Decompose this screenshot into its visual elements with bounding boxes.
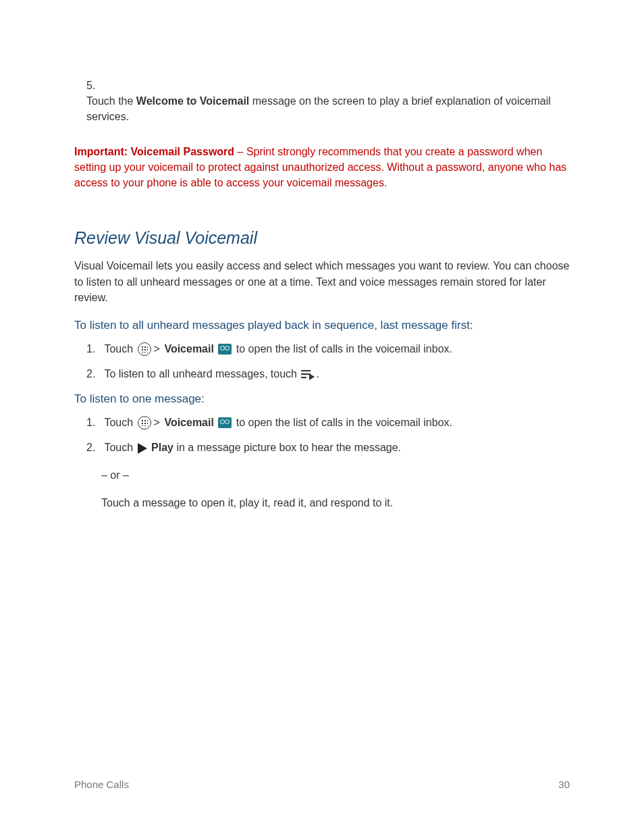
voicemail-icon <box>218 344 232 355</box>
gt-separator: > <box>154 417 160 428</box>
section-intro: Visual Voicemail lets you easily access … <box>74 258 570 305</box>
voicemail-bold: Voicemail <box>164 343 214 355</box>
subheading-2: To listen to one message: <box>74 391 570 408</box>
list-2-item-1-body: Touch > Voicemail to open the list of ca… <box>104 415 563 430</box>
list-2-item-1-num: 1. <box>86 415 101 430</box>
play-bold: Play <box>151 442 173 453</box>
subheading-1: To listen to all unheard messages played… <box>74 317 570 334</box>
list-2-item-2-body: Touch Play in a message picture box to h… <box>104 440 563 455</box>
voicemail-bold: Voicemail <box>164 417 214 428</box>
touch-text: Touch <box>104 442 136 453</box>
rest-text: to open the list of calls in the voicema… <box>233 417 452 428</box>
rest-text: in a message picture box to hear the mes… <box>173 442 401 453</box>
step-5-number: 5. <box>86 78 101 93</box>
list-2-item-2: 2. Touch Play in a message picture box t… <box>86 440 570 455</box>
list-1-item-1-body: Touch > Voicemail to open the list of ca… <box>104 341 563 357</box>
gt-separator: > <box>154 343 160 355</box>
list-2-item-1: 1. Touch > Voicemail to open the list of… <box>86 415 570 430</box>
step-5-pre: Touch the <box>86 95 136 107</box>
list-play-icon <box>301 370 315 380</box>
important-bold: Important: Voicemail Password <box>74 146 234 157</box>
voicemail-icon <box>218 417 232 428</box>
respond-text: Touch a message to open it, play it, rea… <box>101 495 570 511</box>
apps-icon <box>138 342 151 356</box>
step-5-bold: Welcome to Voicemail <box>136 95 249 107</box>
touch-text: Touch <box>104 343 136 355</box>
list-1-item-2-body: To listen to all unheard messages, touch… <box>104 366 563 382</box>
rest-text: to open the list of calls in the voicema… <box>233 343 452 355</box>
list-1-item-2: 2. To listen to all unheard messages, to… <box>86 366 570 382</box>
list-1-item-1: 1. Touch > Voicemail to open the list of… <box>86 341 570 357</box>
play-icon <box>138 443 147 454</box>
important-block: Important: Voicemail Password – Sprint s… <box>74 144 570 191</box>
step-5: 5. Touch the Welcome to Voicemail messag… <box>86 78 570 125</box>
list-1-item-2-num: 2. <box>86 366 101 382</box>
touch-text: Touch <box>104 417 136 428</box>
or-separator: – or – <box>101 467 570 483</box>
list-2: 1. Touch > Voicemail to open the list of… <box>86 415 570 455</box>
list-1: 1. Touch > Voicemail to open the list of… <box>86 341 570 382</box>
step-5-body: Touch the Welcome to Voicemail message o… <box>86 93 552 124</box>
list-2-item-2-num: 2. <box>86 440 101 455</box>
list-1-item-1-num: 1. <box>86 341 101 357</box>
apps-icon <box>138 416 151 429</box>
page-footer: Phone Calls 30 <box>74 777 570 792</box>
pre-text: To listen to all unheard messages, touch <box>104 368 300 380</box>
section-title: Review Visual Voicemail <box>74 226 570 250</box>
period: . <box>316 368 319 380</box>
footer-page-number: 30 <box>558 777 570 792</box>
footer-left: Phone Calls <box>74 777 129 792</box>
